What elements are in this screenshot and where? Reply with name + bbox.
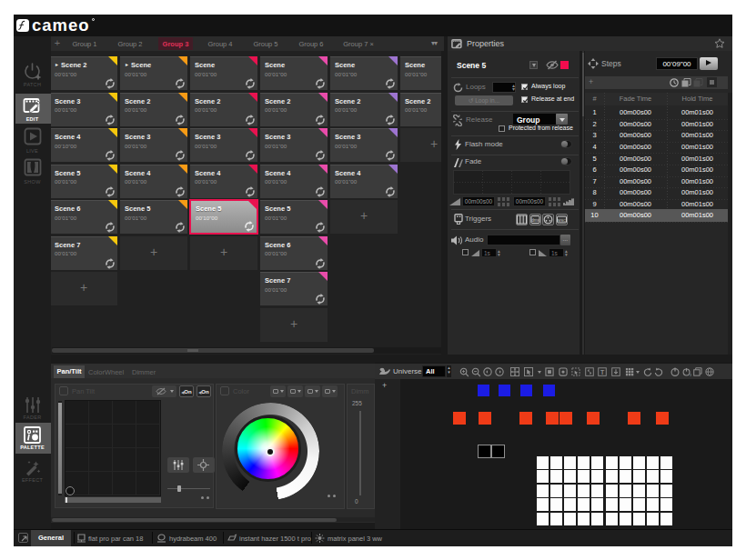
svg-text:x: x xyxy=(690,373,691,377)
svg-text:MSC: MSC xyxy=(558,218,566,223)
svg-text:T: T xyxy=(600,369,605,375)
svg-text:dmx: dmx xyxy=(531,218,539,223)
